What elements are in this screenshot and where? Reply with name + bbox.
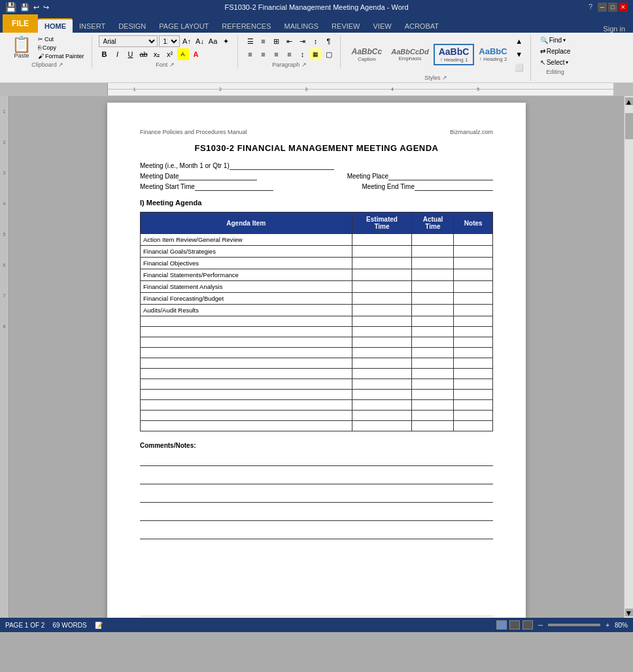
table-cell-2-1[interactable] [352,258,412,269]
comment-line-2[interactable] [140,471,493,484]
table-cell-17-3[interactable] [454,421,493,431]
scroll-down-btn[interactable]: ▼ [625,609,633,616]
ruler[interactable]: 1 2 3 4 5 [108,83,613,95]
style-heading1[interactable]: AaBbC ↑ Heading 1 [434,44,475,65]
spelling-icon[interactable]: 📝 [95,622,103,629]
table-cell-5-2[interactable] [412,293,454,305]
align-right-button[interactable]: ≡ [271,48,282,60]
style-heading2[interactable]: AaBbC ↑ Heading 2 [474,44,511,64]
table-cell-2-0[interactable]: Financial Objectives [141,258,352,269]
select-button[interactable]: ↖ Select ▾ [538,58,573,67]
tab-references[interactable]: REFERENCES [215,20,277,33]
table-cell-12-3[interactable] [454,369,493,379]
table-cell-13-3[interactable] [454,379,493,390]
table-cell-1-3[interactable] [454,246,493,258]
zoom-level[interactable]: 80% [615,622,628,629]
table-cell-3-2[interactable] [412,269,454,281]
italic-button[interactable]: I [112,48,124,60]
table-cell-17-0[interactable] [141,421,352,431]
table-cell-17-1[interactable] [352,421,412,431]
align-center-button[interactable]: ≡ [258,48,269,60]
table-cell-1-0[interactable]: Financial Goals/Strategies [141,246,352,258]
table-cell-16-1[interactable] [352,411,412,421]
read-mode-btn[interactable] [509,620,520,630]
comment-line-5[interactable] [140,526,493,539]
tab-review[interactable]: REVIEW [325,20,366,33]
close-btn[interactable]: ✕ [619,3,628,12]
scroll-thumb[interactable] [625,113,633,139]
place-line[interactable] [388,173,493,180]
table-cell-8-1[interactable] [352,327,412,337]
table-cell-14-1[interactable] [352,390,412,400]
tab-design[interactable]: DESIGN [112,20,152,33]
table-cell-7-0[interactable] [141,316,352,327]
table-cell-0-2[interactable] [412,234,454,246]
help-btn[interactable]: ? [589,3,592,12]
table-cell-6-0[interactable]: Audits/Audit Results [141,305,352,316]
zoom-slider[interactable] [548,624,600,626]
font-color-button[interactable]: A [190,48,202,60]
bullets-button[interactable]: ☰ [245,35,256,47]
table-cell-0-0[interactable]: Action Item Review/General Review [141,234,352,246]
cut-button[interactable]: ✂ Cut [36,35,86,43]
styles-scroll-down[interactable]: ▼ [513,48,525,60]
table-cell-10-2[interactable] [412,348,454,358]
sort-button[interactable]: ↕ [310,35,322,47]
table-cell-7-2[interactable] [412,316,454,327]
strikethrough-button[interactable]: ab [138,48,150,60]
tab-view[interactable]: VIEW [367,20,398,33]
table-cell-14-3[interactable] [454,390,493,400]
table-cell-14-2[interactable] [412,390,454,400]
numbering-button[interactable]: ≡ [258,35,269,47]
table-cell-11-1[interactable] [352,358,412,369]
find-button[interactable]: 🔍 Find ▾ [538,35,573,45]
table-cell-0-3[interactable] [454,234,493,246]
paste-button[interactable]: 📋 Paste [9,35,34,60]
table-cell-5-1[interactable] [352,293,412,305]
minimize-btn[interactable]: ─ [598,3,607,12]
tab-insert[interactable]: INSERT [73,20,112,33]
format-painter-button[interactable]: 🖌 Format Painter [36,52,86,60]
table-cell-3-1[interactable] [352,269,412,281]
tab-mailings[interactable]: MAILINGS [278,20,326,33]
table-cell-9-1[interactable] [352,337,412,348]
quick-access-undo[interactable]: ↩ [33,3,39,12]
table-cell-1-1[interactable] [352,246,412,258]
comment-line-3[interactable] [140,490,493,503]
table-cell-12-2[interactable] [412,369,454,379]
table-cell-14-0[interactable] [141,390,352,400]
table-cell-5-0[interactable]: Financial Forecasting/Budget [141,293,352,305]
superscript-button[interactable]: x² [164,48,176,60]
font-name-select[interactable]: Arial [99,35,158,47]
tab-page-layout[interactable]: PAGE LAYOUT [152,20,215,33]
table-cell-6-3[interactable] [454,305,493,316]
table-cell-7-1[interactable] [352,316,412,327]
tab-home[interactable]: HOME [38,18,73,33]
shading-button[interactable]: ▦ [310,48,322,60]
select-dropdown[interactable]: ▾ [566,59,568,65]
table-cell-2-2[interactable] [412,258,454,269]
font-size-select[interactable]: 12 [159,35,180,47]
line-spacing-button[interactable]: ↕ [297,48,309,60]
table-cell-15-2[interactable] [412,400,454,411]
table-cell-10-0[interactable] [141,348,352,358]
table-cell-9-0[interactable] [141,337,352,348]
start-line[interactable] [195,183,273,191]
tab-file[interactable]: FILE [3,14,38,33]
table-cell-4-1[interactable] [352,281,412,293]
table-cell-6-2[interactable] [412,305,454,316]
table-cell-12-1[interactable] [352,369,412,379]
table-cell-0-1[interactable] [352,234,412,246]
table-cell-5-3[interactable] [454,293,493,305]
vertical-scrollbar[interactable]: ▲ ▼ [624,96,633,618]
table-cell-9-3[interactable] [454,337,493,348]
table-cell-13-0[interactable] [141,379,352,390]
scroll-up-btn[interactable]: ▲ [625,97,633,105]
increase-font-button[interactable]: A↑ [181,35,193,47]
tab-acrobat[interactable]: ACROBAT [398,20,445,33]
clear-formatting-button[interactable]: ✦ [220,35,232,47]
table-cell-11-3[interactable] [454,358,493,369]
underline-button[interactable]: U [125,48,137,60]
meeting-line[interactable] [230,162,334,170]
table-cell-10-1[interactable] [352,348,412,358]
